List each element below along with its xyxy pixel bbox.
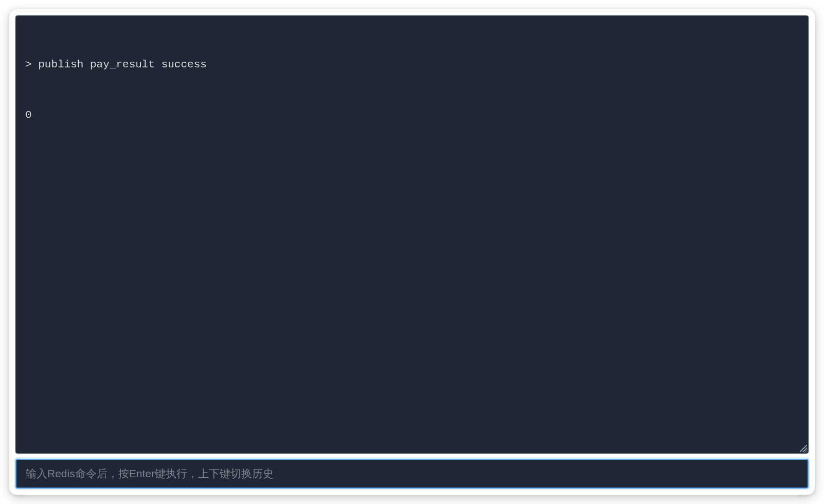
terminal-line: > publish pay_result success bbox=[25, 57, 799, 74]
redis-console-panel: > publish pay_result success 0 bbox=[9, 9, 815, 495]
command-input[interactable] bbox=[26, 467, 798, 480]
command-input-container bbox=[15, 459, 809, 489]
terminal-output[interactable]: > publish pay_result success 0 bbox=[15, 15, 809, 454]
terminal-line: 0 bbox=[25, 107, 799, 124]
